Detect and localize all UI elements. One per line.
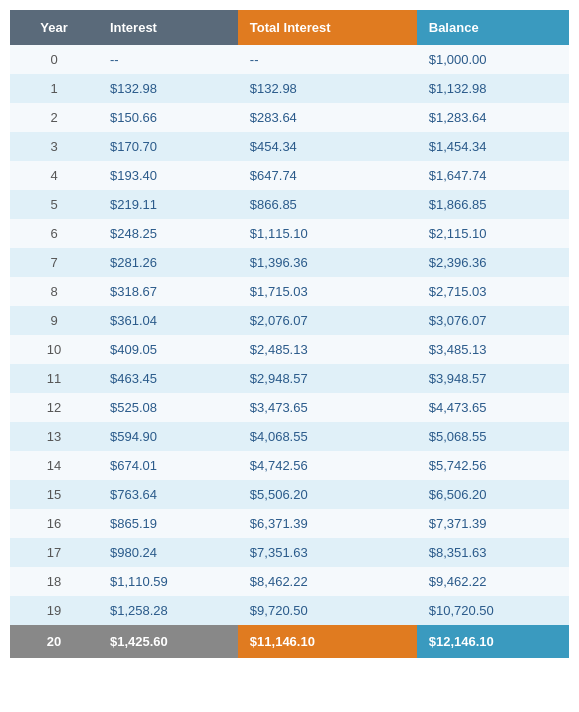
footer-balance: $12,146.10 — [417, 625, 569, 658]
cell-interest: $193.40 — [98, 161, 238, 190]
table-row: 13 $594.90 $4,068.55 $5,068.55 — [10, 422, 569, 451]
cell-balance: $1,647.74 — [417, 161, 569, 190]
cell-year: 5 — [10, 190, 98, 219]
compound-interest-table: Year Interest Total Interest Balance 0 -… — [10, 10, 569, 658]
cell-balance: $2,715.03 — [417, 277, 569, 306]
cell-year: 7 — [10, 248, 98, 277]
cell-year: 8 — [10, 277, 98, 306]
cell-interest: $594.90 — [98, 422, 238, 451]
cell-balance: $1,000.00 — [417, 45, 569, 74]
header-balance: Balance — [417, 10, 569, 45]
header-interest: Interest — [98, 10, 238, 45]
cell-balance: $5,068.55 — [417, 422, 569, 451]
table-row: 2 $150.66 $283.64 $1,283.64 — [10, 103, 569, 132]
cell-interest: $281.26 — [98, 248, 238, 277]
cell-total-interest: -- — [238, 45, 417, 74]
cell-total-interest: $2,948.57 — [238, 364, 417, 393]
cell-interest: $361.04 — [98, 306, 238, 335]
header-year: Year — [10, 10, 98, 45]
cell-balance: $1,866.85 — [417, 190, 569, 219]
cell-total-interest: $8,462.22 — [238, 567, 417, 596]
cell-total-interest: $3,473.65 — [238, 393, 417, 422]
cell-balance: $9,462.22 — [417, 567, 569, 596]
cell-total-interest: $7,351.63 — [238, 538, 417, 567]
cell-balance: $1,454.34 — [417, 132, 569, 161]
cell-interest: $318.67 — [98, 277, 238, 306]
table-row: 8 $318.67 $1,715.03 $2,715.03 — [10, 277, 569, 306]
cell-total-interest: $647.74 — [238, 161, 417, 190]
cell-total-interest: $2,076.07 — [238, 306, 417, 335]
cell-year: 9 — [10, 306, 98, 335]
table-row: 0 -- -- $1,000.00 — [10, 45, 569, 74]
cell-balance: $2,115.10 — [417, 219, 569, 248]
cell-total-interest: $283.64 — [238, 103, 417, 132]
cell-year: 1 — [10, 74, 98, 103]
cell-balance: $1,132.98 — [417, 74, 569, 103]
cell-total-interest: $4,742.56 — [238, 451, 417, 480]
cell-interest: $674.01 — [98, 451, 238, 480]
cell-total-interest: $2,485.13 — [238, 335, 417, 364]
cell-year: 17 — [10, 538, 98, 567]
cell-year: 15 — [10, 480, 98, 509]
cell-balance: $3,485.13 — [417, 335, 569, 364]
cell-year: 13 — [10, 422, 98, 451]
cell-year: 4 — [10, 161, 98, 190]
table-row: 5 $219.11 $866.85 $1,866.85 — [10, 190, 569, 219]
cell-interest: $463.45 — [98, 364, 238, 393]
cell-interest: $248.25 — [98, 219, 238, 248]
cell-balance: $8,351.63 — [417, 538, 569, 567]
header-total-interest: Total Interest — [238, 10, 417, 45]
cell-balance: $6,506.20 — [417, 480, 569, 509]
cell-total-interest: $866.85 — [238, 190, 417, 219]
table-row: 6 $248.25 $1,115.10 $2,115.10 — [10, 219, 569, 248]
table-row: 19 $1,258.28 $9,720.50 $10,720.50 — [10, 596, 569, 625]
table-row: 14 $674.01 $4,742.56 $5,742.56 — [10, 451, 569, 480]
table-row: 18 $1,110.59 $8,462.22 $9,462.22 — [10, 567, 569, 596]
cell-total-interest: $5,506.20 — [238, 480, 417, 509]
table-row: 9 $361.04 $2,076.07 $3,076.07 — [10, 306, 569, 335]
footer-total-interest: $11,146.10 — [238, 625, 417, 658]
cell-balance: $3,076.07 — [417, 306, 569, 335]
table-row: 7 $281.26 $1,396.36 $2,396.36 — [10, 248, 569, 277]
table-row: 10 $409.05 $2,485.13 $3,485.13 — [10, 335, 569, 364]
table-row: 3 $170.70 $454.34 $1,454.34 — [10, 132, 569, 161]
cell-interest: $1,110.59 — [98, 567, 238, 596]
cell-year: 10 — [10, 335, 98, 364]
cell-year: 16 — [10, 509, 98, 538]
cell-total-interest: $1,115.10 — [238, 219, 417, 248]
cell-year: 6 — [10, 219, 98, 248]
cell-interest: $219.11 — [98, 190, 238, 219]
cell-balance: $7,371.39 — [417, 509, 569, 538]
cell-year: 14 — [10, 451, 98, 480]
cell-interest: $150.66 — [98, 103, 238, 132]
cell-year: 3 — [10, 132, 98, 161]
table-row: 15 $763.64 $5,506.20 $6,506.20 — [10, 480, 569, 509]
cell-balance: $4,473.65 — [417, 393, 569, 422]
cell-year: 2 — [10, 103, 98, 132]
cell-year: 18 — [10, 567, 98, 596]
cell-balance: $5,742.56 — [417, 451, 569, 480]
cell-interest: $409.05 — [98, 335, 238, 364]
cell-year: 19 — [10, 596, 98, 625]
cell-interest: $525.08 — [98, 393, 238, 422]
cell-interest: $763.64 — [98, 480, 238, 509]
cell-interest: $980.24 — [98, 538, 238, 567]
cell-year: 0 — [10, 45, 98, 74]
table-row: 17 $980.24 $7,351.63 $8,351.63 — [10, 538, 569, 567]
cell-total-interest: $454.34 — [238, 132, 417, 161]
cell-total-interest: $9,720.50 — [238, 596, 417, 625]
table-row: 1 $132.98 $132.98 $1,132.98 — [10, 74, 569, 103]
cell-balance: $1,283.64 — [417, 103, 569, 132]
table-row: 12 $525.08 $3,473.65 $4,473.65 — [10, 393, 569, 422]
cell-balance: $3,948.57 — [417, 364, 569, 393]
cell-total-interest: $132.98 — [238, 74, 417, 103]
cell-year: 12 — [10, 393, 98, 422]
footer-year: 20 — [10, 625, 98, 658]
table-row: 16 $865.19 $6,371.39 $7,371.39 — [10, 509, 569, 538]
cell-interest: $170.70 — [98, 132, 238, 161]
cell-interest: -- — [98, 45, 238, 74]
cell-interest: $1,258.28 — [98, 596, 238, 625]
cell-total-interest: $6,371.39 — [238, 509, 417, 538]
cell-interest: $865.19 — [98, 509, 238, 538]
cell-balance: $10,720.50 — [417, 596, 569, 625]
